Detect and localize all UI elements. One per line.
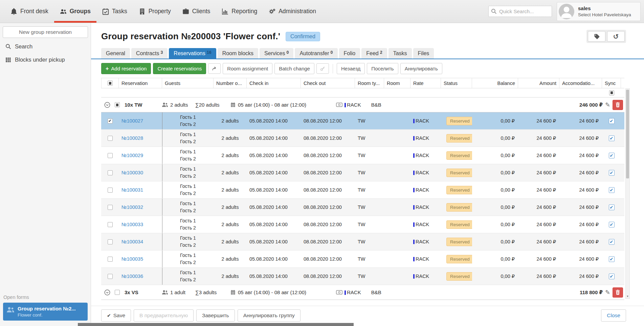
- edit-group-button[interactable]: ✎: [605, 289, 610, 296]
- create-reservations-button[interactable]: Create reservations: [153, 63, 206, 74]
- quick-search-input[interactable]: [488, 6, 552, 17]
- add-reservation-button[interactable]: +Add reservation: [101, 63, 151, 74]
- to-preliminary-button[interactable]: В предварительную: [134, 309, 194, 322]
- tab-feed[interactable]: Feed2: [361, 48, 387, 59]
- no-show-button[interactable]: Незаезд: [337, 63, 365, 74]
- nav-property[interactable]: Property: [133, 0, 177, 23]
- tab-autotransfer[interactable]: Autotransfer0: [295, 48, 337, 59]
- tab-reservations[interactable]: Reservations16: [169, 48, 216, 59]
- row-select-checkbox[interactable]: [108, 153, 113, 158]
- expand-group-icon[interactable]: [104, 289, 110, 296]
- rate-name: RACK: [416, 170, 429, 175]
- group-select-checkbox[interactable]: [115, 102, 120, 107]
- tab-services[interactable]: Services0: [260, 48, 293, 59]
- tab-room-blocks[interactable]: Room blocks: [218, 48, 258, 59]
- new-group-reservation-button[interactable]: New group reservation: [3, 26, 88, 38]
- open-form-card[interactable]: Group reservation №2... Flower conf.: [3, 303, 88, 321]
- sync-checkbox[interactable]: [609, 118, 615, 124]
- nav-label: Administration: [279, 8, 316, 15]
- close-button[interactable]: Close: [601, 309, 626, 322]
- nav-groups[interactable]: Groups: [54, 0, 96, 23]
- horizontal-scrollbar-thumb[interactable]: [78, 323, 354, 326]
- row-select-checkbox[interactable]: [108, 239, 113, 244]
- row-select-checkbox[interactable]: [108, 205, 113, 210]
- history-button[interactable]: ↺: [607, 31, 625, 42]
- sync-checkbox[interactable]: [609, 153, 615, 158]
- user-name: sales: [578, 5, 631, 11]
- column-header: Status: [441, 78, 472, 88]
- reservation-link[interactable]: №100036: [121, 274, 143, 279]
- edit-group-button[interactable]: ✎: [605, 101, 610, 109]
- sidebar-item-blocks-under-pickup[interactable]: Blocks under pickup: [0, 53, 91, 66]
- batch-change-button[interactable]: Batch change: [274, 63, 314, 74]
- sync-checkbox[interactable]: [609, 204, 615, 210]
- forward-arrow-icon: [212, 66, 217, 71]
- group-occupancy-total: ∑20 adults: [195, 102, 223, 108]
- reservation-status-badge: Reserved: [446, 117, 472, 125]
- nav-reporting[interactable]: Reporting: [216, 0, 263, 23]
- sync-checkbox[interactable]: [609, 222, 615, 227]
- sync-checkbox[interactable]: [609, 187, 615, 193]
- row-select-checkbox[interactable]: [108, 136, 113, 141]
- sync-checkbox[interactable]: [609, 239, 615, 245]
- tab-contracts[interactable]: Contracts3: [131, 48, 168, 59]
- annul-button[interactable]: Аннулировать: [400, 63, 442, 74]
- row-select-checkbox[interactable]: [108, 188, 113, 193]
- reservation-link[interactable]: №100028: [121, 135, 143, 141]
- guest-name: Гость 1: [180, 148, 196, 155]
- user-hotel: Select Hotel Paveletskaya: [578, 12, 631, 17]
- row-select-checkbox[interactable]: [108, 257, 113, 262]
- delete-group-button[interactable]: [613, 100, 623, 110]
- reservation-link[interactable]: №100031: [121, 187, 143, 193]
- move-reservations-button[interactable]: [208, 63, 221, 74]
- nav-front-desk[interactable]: Front desk: [5, 0, 54, 23]
- guest-name: Гость 2: [180, 190, 196, 197]
- user-text: sales Select Hotel Paveletskaya: [578, 5, 631, 17]
- nav-administration[interactable]: Administration: [263, 0, 322, 23]
- nav-tasks[interactable]: Tasks: [96, 0, 133, 23]
- tab-files[interactable]: Files: [413, 48, 434, 59]
- rate-name: RACK: [416, 135, 429, 141]
- reservation-link[interactable]: №100030: [121, 170, 143, 175]
- room-assignment-button[interactable]: Room assignment: [223, 63, 272, 74]
- save-button[interactable]: ✔Save: [101, 309, 131, 322]
- select-all-checkbox[interactable]: [108, 81, 113, 86]
- reservation-link[interactable]: №100032: [121, 204, 143, 210]
- reservation-link[interactable]: №100033: [121, 222, 143, 227]
- row-select-checkbox[interactable]: [108, 170, 113, 175]
- user-menu[interactable]: sales Select Hotel Paveletskaya: [557, 2, 641, 21]
- reservation-status-badge: Reserved: [446, 186, 472, 194]
- scroll-down-arrow[interactable]: ▾: [626, 295, 629, 298]
- reservation-row: №100032 Гость 1 Гость 2 2 adults 05.08.2…: [101, 199, 624, 216]
- vertical-scrollbar[interactable]: ▾: [625, 88, 630, 299]
- group-select-checkbox[interactable]: [115, 290, 120, 295]
- keys-button[interactable]: [316, 63, 329, 74]
- sync-checkbox[interactable]: [609, 170, 615, 176]
- finish-button[interactable]: Завершить: [196, 309, 235, 322]
- tab-general[interactable]: General: [101, 48, 130, 59]
- row-select-checkbox[interactable]: [108, 274, 113, 279]
- nav-clients[interactable]: Clients: [177, 0, 216, 23]
- tab-tasks[interactable]: Tasks: [388, 48, 412, 59]
- scrollbar-thumb[interactable]: [626, 90, 629, 178]
- row-select-checkbox[interactable]: [108, 222, 113, 227]
- collapse-group-icon[interactable]: [104, 102, 110, 108]
- tags-button[interactable]: [588, 31, 605, 42]
- sync-all-checkbox[interactable]: [609, 90, 614, 95]
- reservation-link[interactable]: №100029: [121, 153, 143, 158]
- reservation-link[interactable]: №100035: [121, 256, 143, 262]
- tab-folio[interactable]: Folio: [339, 48, 360, 59]
- sync-checkbox[interactable]: [609, 135, 615, 141]
- check-in-button[interactable]: Поселить: [367, 63, 398, 74]
- column-header: Guests: [162, 78, 214, 88]
- reservation-link[interactable]: №100034: [121, 239, 143, 244]
- tab-count: 16: [207, 50, 212, 55]
- sync-checkbox[interactable]: [609, 256, 615, 262]
- reservation-link[interactable]: №100027: [121, 118, 143, 124]
- delete-group-button[interactable]: [613, 287, 623, 298]
- room-type: TW: [355, 147, 384, 164]
- sidebar-item-search[interactable]: Search: [0, 40, 91, 53]
- sync-checkbox[interactable]: [609, 274, 615, 279]
- row-select-checkbox[interactable]: [108, 118, 113, 124]
- annul-group-button[interactable]: Аннулировать группу: [238, 309, 301, 322]
